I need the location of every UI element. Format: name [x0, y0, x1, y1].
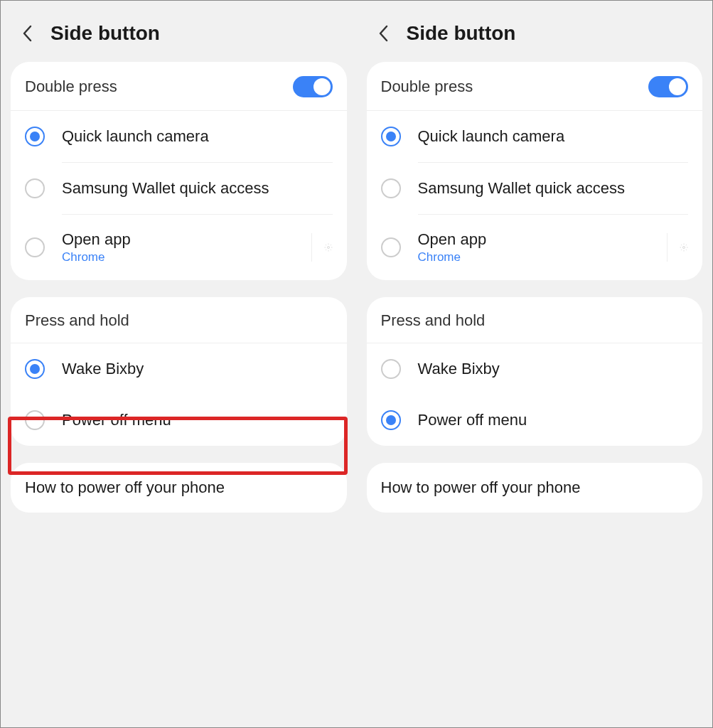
- press-hold-header: Press and hold: [11, 297, 347, 343]
- double-press-card: Double press Quick launch camera Samsung…: [11, 62, 347, 280]
- svg-point-0: [327, 247, 329, 249]
- option-label: Open app: [62, 230, 296, 249]
- option-label: Power off menu: [418, 411, 689, 429]
- radio-icon: [25, 410, 45, 430]
- option-open-app[interactable]: Open app Chrome: [367, 215, 703, 280]
- press-hold-title: Press and hold: [381, 311, 689, 330]
- radio-icon: [25, 359, 45, 379]
- how-to-power-off-link[interactable]: How to power off your phone: [367, 463, 703, 513]
- option-sublabel: Chrome: [418, 250, 652, 264]
- gear-icon[interactable]: [313, 237, 333, 257]
- divider: [311, 233, 312, 262]
- double-press-toggle[interactable]: [648, 76, 688, 97]
- option-open-app[interactable]: Open app Chrome: [11, 215, 347, 280]
- header: Side button: [1, 1, 357, 62]
- double-press-title: Double press: [25, 77, 117, 96]
- option-samsung-wallet[interactable]: Samsung Wallet quick access: [11, 163, 347, 214]
- svg-point-1: [683, 247, 685, 249]
- option-label: Wake Bixby: [418, 360, 689, 378]
- radio-icon: [381, 410, 401, 430]
- back-icon[interactable]: [375, 25, 392, 42]
- option-quick-launch-camera[interactable]: Quick launch camera: [367, 111, 703, 162]
- press-hold-title: Press and hold: [25, 311, 333, 330]
- option-sublabel: Chrome: [62, 250, 296, 264]
- double-press-title: Double press: [381, 77, 473, 96]
- radio-icon: [381, 237, 401, 257]
- radio-icon: [25, 127, 45, 146]
- radio-icon: [381, 127, 401, 146]
- option-label: Wake Bixby: [62, 360, 333, 378]
- divider: [667, 233, 668, 262]
- option-power-off-menu[interactable]: Power off menu: [11, 395, 347, 446]
- option-label: Quick launch camera: [418, 127, 689, 146]
- double-press-header: Double press: [367, 62, 703, 111]
- press-hold-card: Press and hold Wake Bixby Power off menu: [11, 297, 347, 446]
- option-label: Quick launch camera: [62, 127, 333, 146]
- link-label: How to power off your phone: [381, 478, 581, 496]
- option-content: Open app Chrome: [418, 230, 652, 264]
- option-label: Power off menu: [62, 411, 333, 429]
- press-hold-card: Press and hold Wake Bixby Power off menu: [367, 297, 703, 446]
- option-samsung-wallet[interactable]: Samsung Wallet quick access: [367, 163, 703, 214]
- press-hold-header: Press and hold: [367, 297, 703, 343]
- gear-icon[interactable]: [668, 237, 688, 257]
- option-label: Samsung Wallet quick access: [418, 179, 689, 198]
- settings-panel-left: Side button Double press Quick launch ca…: [1, 1, 357, 727]
- radio-icon: [381, 359, 401, 379]
- option-label: Open app: [418, 230, 652, 249]
- double-press-toggle[interactable]: [293, 76, 333, 97]
- option-label: Samsung Wallet quick access: [62, 179, 333, 198]
- option-quick-launch-camera[interactable]: Quick launch camera: [11, 111, 347, 162]
- settings-panel-right: Side button Double press Quick launch ca…: [357, 1, 713, 727]
- back-icon[interactable]: [19, 25, 36, 42]
- page-title: Side button: [407, 22, 516, 45]
- how-to-power-off-link[interactable]: How to power off your phone: [11, 463, 347, 513]
- radio-icon: [25, 237, 45, 257]
- double-press-header: Double press: [11, 62, 347, 111]
- option-power-off-menu[interactable]: Power off menu: [367, 395, 703, 446]
- option-wake-bixby[interactable]: Wake Bixby: [367, 343, 703, 395]
- header: Side button: [357, 1, 713, 62]
- page-title: Side button: [50, 22, 160, 45]
- radio-icon: [25, 178, 45, 198]
- link-label: How to power off your phone: [25, 478, 225, 496]
- radio-icon: [381, 178, 401, 198]
- option-wake-bixby[interactable]: Wake Bixby: [11, 343, 347, 395]
- option-content: Open app Chrome: [62, 230, 296, 264]
- double-press-card: Double press Quick launch camera Samsung…: [367, 62, 703, 280]
